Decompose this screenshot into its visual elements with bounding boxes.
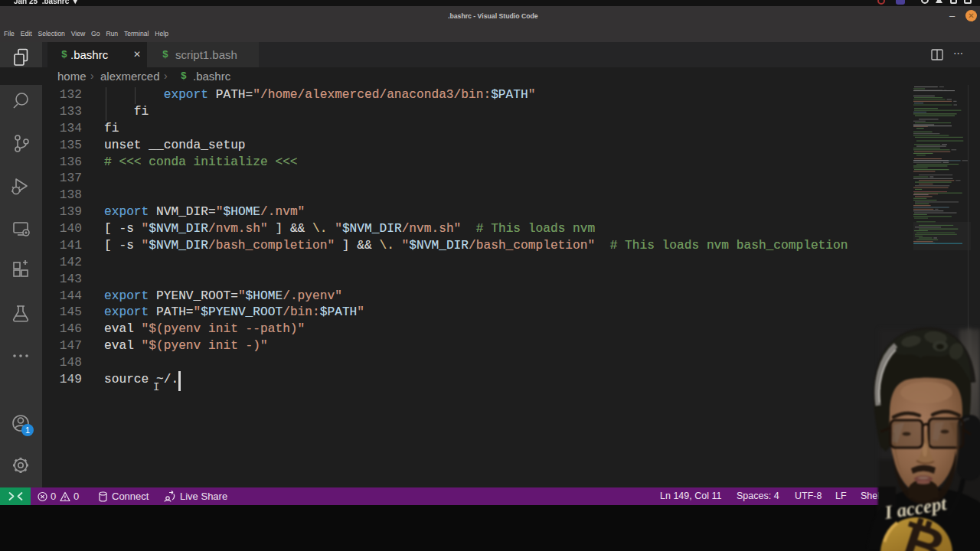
svg-text:1: 1 <box>25 425 30 435</box>
